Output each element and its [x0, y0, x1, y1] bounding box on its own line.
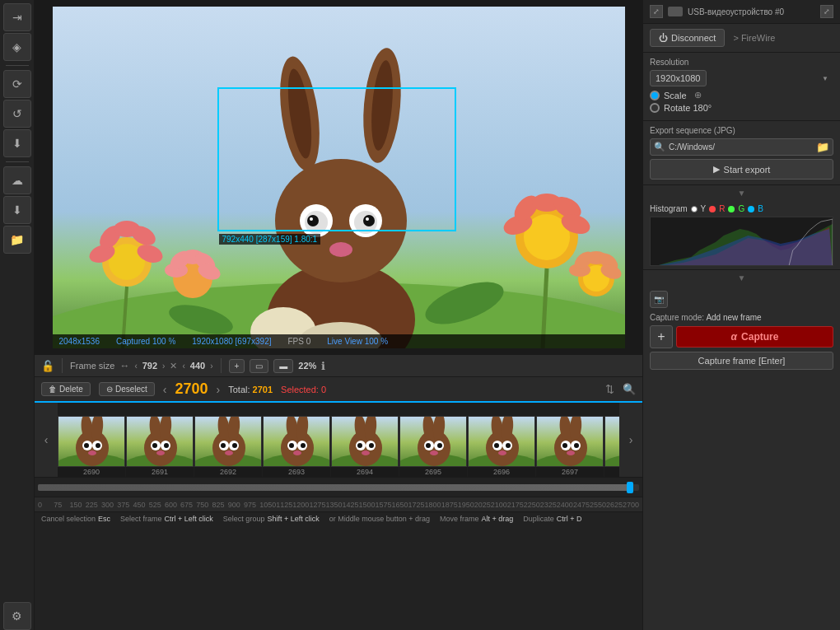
svg-point-37	[363, 215, 375, 226]
shortcut-pan: or Middle mouse button + drag	[329, 515, 430, 523]
height-dec[interactable]: ‹	[182, 362, 184, 371]
frame-label: 2696	[468, 467, 535, 477]
captured-res: 2048x1536	[59, 337, 100, 346]
fps-label: FPS 0	[287, 337, 310, 346]
ruler-mark: 525	[149, 501, 165, 509]
tb-btn-7[interactable]: 📁	[3, 226, 31, 254]
scrubber-track[interactable]	[38, 484, 639, 491]
ruler-mark: 1950	[458, 501, 474, 509]
frame-thumb[interactable]: 2698	[604, 416, 619, 477]
hist-dot-g	[728, 206, 735, 212]
frame-thumb[interactable]: 2692	[194, 416, 262, 477]
live-view-label: Live View 100 %	[327, 337, 388, 346]
device-header: ⤢ USB-видеоустройство #0 ⤢	[643, 0, 840, 24]
resolution-select-wrapper[interactable]: 1920x1080 1280x720 2048x1536	[650, 70, 833, 86]
scrubber-area[interactable]	[35, 477, 642, 497]
filmstrip-nav-left[interactable]: ‹	[35, 403, 58, 477]
export-title: Export sequence (JPG)	[650, 126, 833, 135]
shortcut-select: Select frame Ctrl + Left click	[120, 515, 213, 523]
camera-settings-btn[interactable]: 📷	[650, 291, 668, 308]
ruler-mark: 1500	[358, 501, 375, 509]
tb-btn-3[interactable]: ↺	[3, 100, 31, 128]
svg-point-107	[426, 443, 431, 448]
capture-mode-text: Add new frame	[706, 313, 761, 322]
frame-image	[194, 416, 262, 467]
tb-btn-1[interactable]: ◈	[3, 33, 31, 61]
zoom-filmstrip-icon[interactable]: 🔍	[623, 383, 636, 395]
rotate-radio[interactable]	[650, 103, 660, 113]
svg-point-79	[225, 450, 233, 455]
export-section: Export sequence (JPG) 🔍 C:/Windows/ 📁 ▶ …	[643, 121, 840, 185]
frame-prev[interactable]: ‹	[163, 383, 167, 396]
frame-thumb[interactable]: 2693	[263, 416, 330, 477]
add-frame-btn[interactable]: +	[229, 359, 245, 373]
disconnect-btn[interactable]: ⏻ Disconnect	[650, 29, 725, 47]
frame-wide-btn[interactable]: ▬	[273, 359, 293, 373]
tb-btn-2[interactable]: ⟳	[3, 70, 31, 98]
ruler-bar: 0751502253003754505256006757508259009751…	[35, 497, 642, 511]
add-frame-capture-btn[interactable]: +	[650, 325, 673, 348]
height-inc[interactable]: ›	[210, 362, 212, 371]
height-val: 440	[190, 361, 205, 371]
ruler-mark: 675	[180, 501, 196, 509]
width-dec[interactable]: ‹	[134, 362, 137, 371]
frame-thumb[interactable]: 2690	[58, 416, 125, 477]
capture-section: 📷 Capture mode: Add new frame + α Captur…	[643, 286, 840, 375]
frame-thumb[interactable]: 2691	[126, 416, 194, 477]
ruler-mark: 1350	[325, 501, 342, 509]
scrubber-fill	[38, 484, 633, 491]
svg-point-98	[369, 443, 374, 448]
delete-btn[interactable]: 🗑 Delete	[41, 382, 91, 396]
hist-canvas	[650, 217, 833, 266]
svg-point-118	[506, 443, 511, 448]
device-name: USB-видеоустройство #0	[688, 7, 784, 16]
capture-frame-btn[interactable]: Capture frame [Enter]	[650, 352, 833, 370]
svg-point-109	[430, 450, 438, 455]
svg-point-108	[437, 443, 442, 448]
tb-btn-6[interactable]: ⬇	[3, 196, 31, 224]
frame-image	[604, 416, 619, 467]
start-export-btn[interactable]: ▶ Start export	[650, 159, 833, 180]
ruler-mark: 1050	[259, 501, 276, 509]
panel-expand2-btn[interactable]: ⤢	[820, 5, 833, 18]
width-inc[interactable]: ›	[162, 362, 165, 371]
expand-btn[interactable]: ⇥	[3, 3, 31, 31]
frame-square-btn[interactable]: ▭	[250, 359, 268, 373]
ruler-mark: 2100	[491, 501, 507, 509]
scale-radio[interactable]	[650, 91, 660, 100]
scrubber-handle[interactable]	[627, 482, 633, 493]
svg-point-26	[275, 159, 407, 282]
frame-thumb[interactable]: 2695	[399, 416, 467, 477]
settings-btn[interactable]: ⚙	[3, 602, 31, 630]
sort-icon[interactable]: ⇅	[605, 383, 614, 395]
move-icon: ⊕	[694, 90, 702, 100]
frame-thumb[interactable]: 2697	[536, 416, 604, 477]
hist-title: Histogram	[650, 204, 688, 213]
frame-next[interactable]: ›	[217, 383, 221, 396]
resolution-select[interactable]: 1920x1080 1280x720 2048x1536	[650, 70, 707, 86]
capture-btn[interactable]: α Capture	[676, 326, 833, 348]
current-frame: 2700	[175, 380, 208, 398]
panel-expand-btn[interactable]: ⤢	[650, 5, 663, 18]
deselect-btn[interactable]: ⊖ Deselect	[99, 382, 155, 396]
hist-g-label: G	[738, 204, 744, 213]
filmstrip-nav-right[interactable]: ›	[619, 403, 642, 477]
collapse-row-2[interactable]: ▼	[643, 270, 840, 286]
info-icon[interactable]: ℹ	[321, 360, 325, 372]
ruler-mark: 150	[69, 501, 85, 509]
frame-label: 2693	[263, 467, 330, 477]
ruler-mark: 2325	[540, 501, 557, 509]
camera-icon: 📷	[654, 295, 664, 304]
shortcut-cancel: Cancel selection Esc	[41, 515, 110, 523]
tb-btn-5[interactable]: ☁	[3, 166, 31, 194]
firewire-btn[interactable]: > FireWire	[730, 30, 778, 46]
ruler-mark: 2175	[507, 501, 524, 509]
histogram-section: Histogram Y R G B	[643, 201, 840, 270]
frame-label: 2697	[536, 467, 604, 477]
folder-browse-btn[interactable]: 📁	[816, 141, 829, 153]
collapse-row[interactable]: ▼	[643, 185, 840, 201]
tb-btn-4[interactable]: ⬇	[3, 129, 31, 157]
frame-thumb[interactable]: 2696	[468, 416, 535, 477]
lock-icon[interactable]: 🔓	[41, 360, 54, 372]
frame-thumb[interactable]: 2694	[331, 416, 399, 477]
